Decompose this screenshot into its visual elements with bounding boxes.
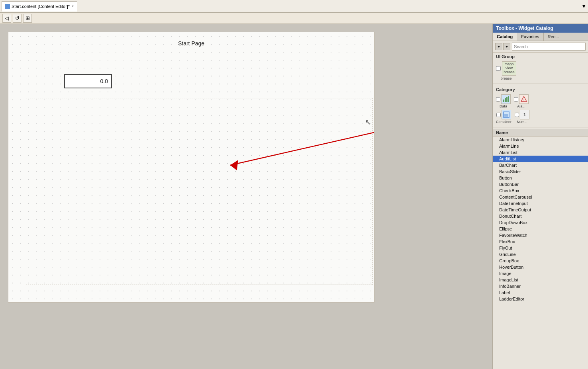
number-category-icon: 1 <box>520 110 529 119</box>
category-icons-row-2: Container 1 Num... <box>493 110 588 125</box>
svg-rect-3 <box>505 98 506 102</box>
widget-list-item[interactable]: DateTimeOutput <box>493 207 588 213</box>
category-container[interactable]: Container <box>496 110 512 124</box>
inner-content-box <box>26 98 372 285</box>
widget-list-item[interactable]: ImageList <box>493 277 588 283</box>
toolbox-title: Toolbox - Widget Catalog <box>496 25 553 31</box>
category-number-label: Num... <box>517 120 527 124</box>
back-button[interactable]: ◁ <box>2 14 11 23</box>
toolbox-panel: Toolbox - Widget Catalog Catalog Favorit… <box>492 24 588 369</box>
widget-list-item[interactable]: FavoriteWatch <box>493 232 588 238</box>
editor-area: Start Page 0.0 ↖ <box>0 24 492 369</box>
toolbar: ◁ ↺ ⊞ <box>0 13 588 24</box>
alarm-category-icon: ! <box>519 94 529 104</box>
container-category-icon <box>502 110 511 119</box>
category-alarm-label: Ala... <box>517 104 525 108</box>
svg-rect-4 <box>506 97 508 102</box>
category-data[interactable]: Data <box>496 94 511 108</box>
widget-list-item[interactable]: LadderEditor <box>493 296 588 302</box>
value-display-box: 0.0 <box>64 74 112 88</box>
widget-list-item[interactable]: DateTimeInput <box>493 200 588 207</box>
toolbox-tabs: Catalog Favorites Rec... <box>493 33 588 41</box>
widget-list-item[interactable]: AlarmList <box>493 149 588 156</box>
widget-list-item[interactable]: Image <box>493 270 588 277</box>
widget-list-item[interactable]: Label <box>493 289 588 296</box>
category-number[interactable]: 1 Num... <box>515 110 529 124</box>
svg-rect-5 <box>508 96 509 102</box>
toolbox-header: Toolbox - Widget Catalog <box>493 24 588 33</box>
widget-list-item[interactable]: HoverButton <box>493 264 588 270</box>
search-filter-icon[interactable]: ✦ <box>503 43 510 50</box>
value-text: 0.0 <box>100 78 108 84</box>
ui-group-label: UI Group <box>493 53 588 60</box>
tab-icon <box>5 4 10 9</box>
widget-list-item[interactable]: ContentCarousel <box>493 194 588 200</box>
tab-label: Start.content [Content Editor]* <box>12 4 70 9</box>
svg-text:!: ! <box>523 98 524 102</box>
widget-list-item[interactable]: AuditList <box>493 156 588 162</box>
grid-button[interactable]: ⊞ <box>23 14 32 23</box>
svg-rect-9 <box>504 114 508 117</box>
widget-list-item[interactable]: AlarmHistory <box>493 137 588 143</box>
widget-list-item[interactable]: Ellipse <box>493 226 588 232</box>
widget-list-item[interactable]: ButtonBar <box>493 181 588 187</box>
widget-list-item[interactable]: BarChart <box>493 162 588 168</box>
svg-rect-2 <box>503 100 504 102</box>
divider-2 <box>493 127 588 127</box>
tab-bar: Start.content [Content Editor]* × ▼ <box>0 0 588 13</box>
category-alarm[interactable]: ! Ala... <box>514 94 529 108</box>
tab-close-button[interactable]: × <box>71 4 74 8</box>
widget-list-item[interactable]: CheckBox <box>493 187 588 194</box>
divider-1 <box>493 84 588 84</box>
toolbox-search-area: ✦ ✦ <box>493 41 588 53</box>
widget-list-item[interactable]: DropDownBox <box>493 219 588 226</box>
widget-list-item[interactable]: DonutChart <box>493 213 588 219</box>
brease-icon: mappviewbrease <box>502 61 516 76</box>
canvas-title: Start Page <box>178 40 204 47</box>
refresh-button[interactable]: ↺ <box>13 14 22 23</box>
tab-catalog[interactable]: Catalog <box>493 33 517 41</box>
widget-list-item[interactable]: GroupBox <box>493 258 588 264</box>
widget-list-item[interactable]: InfoBanner <box>493 283 588 289</box>
search-input[interactable] <box>512 43 586 51</box>
search-icon-group: ✦ ✦ <box>495 43 510 50</box>
search-star-icon[interactable]: ✦ <box>495 43 502 50</box>
widget-list-item[interactable]: AlarmLine <box>493 143 588 149</box>
ui-group-brease[interactable]: mappviewbrease brease <box>496 61 516 80</box>
category-alarm-checkbox[interactable] <box>514 97 518 102</box>
main-container: Start Page 0.0 ↖ Toolbox - Widget Catalo… <box>0 24 588 369</box>
category-container-label: Container <box>496 120 512 124</box>
category-label: Category <box>493 86 588 93</box>
widget-list-item[interactable]: Button <box>493 175 588 181</box>
ui-group-brease-label: brease <box>501 76 512 80</box>
widget-list-item[interactable]: FlexBox <box>493 238 588 245</box>
ui-group-icons: mappviewbrease brease <box>493 60 588 82</box>
widget-list-item[interactable]: FlyOut <box>493 245 588 251</box>
tab-favorites[interactable]: Favorites <box>517 33 543 41</box>
ui-group-checkbox[interactable] <box>496 66 501 71</box>
category-data-label: Data <box>500 104 507 108</box>
tab-recent[interactable]: Rec... <box>544 33 564 41</box>
content-editor-tab[interactable]: Start.content [Content Editor]* × <box>2 1 77 12</box>
widget-list-item[interactable]: BasicSlider <box>493 168 588 175</box>
data-category-icon <box>501 94 511 104</box>
category-data-checkbox[interactable] <box>496 97 500 102</box>
widget-list: AlarmHistoryAlarmLineAlarmListAuditListB… <box>493 137 588 369</box>
widget-list-header: Name <box>493 129 588 137</box>
category-number-checkbox[interactable] <box>515 113 519 117</box>
category-container-checkbox[interactable] <box>496 113 501 117</box>
canvas[interactable]: Start Page 0.0 ↖ <box>8 32 374 303</box>
tab-dropdown-button[interactable]: ▼ <box>581 3 586 9</box>
widget-list-item[interactable]: GridLine <box>493 251 588 258</box>
category-icons-row: Data ! Ala... <box>493 93 588 110</box>
